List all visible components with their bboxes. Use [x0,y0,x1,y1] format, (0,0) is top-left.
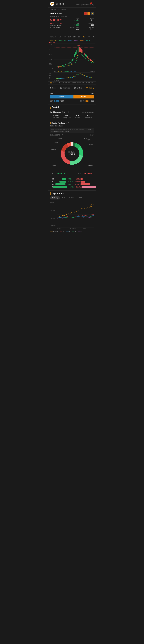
tab-1d[interactable]: 1D [62,35,67,39]
indicator-macd[interactable]: MACD [78,82,81,84]
svg-text:Net Inflow: Net Inflow [68,151,76,153]
flow-row-m: M 1080.59 1003.9 [52,183,92,186]
tab-1m[interactable]: 1M [72,35,77,39]
legend-m: M [72,230,76,232]
legend-s-label: S [81,230,82,232]
flow-row-l: L 629.56 465.98 [52,180,92,183]
orders-label: Orders [77,87,82,89]
svg-rect-34 [72,59,73,61]
orders-button[interactable]: ◎ Orders [72,86,84,90]
orange-bar [50,106,50,109]
indicator-kdj[interactable]: KDJ [82,82,85,84]
edit-icon[interactable]: ✎ [68,122,70,124]
price-main: 5.010 ▼ [50,18,62,22]
trend-chart [58,201,94,228]
rsi-30: 30 [49,77,54,79]
ma-item-3: MA20: [67,40,72,41]
legend-l: L [66,230,70,232]
svg-rect-37 [74,54,75,57]
flag-orange[interactable]: ⚡ [88,12,90,15]
indicator-ema[interactable]: EMA [58,82,61,84]
positions-button[interactable]: ▤ Positions [58,86,72,90]
flow-table: XL 392.07 202.0 L 629.56 465.98 M [50,176,94,189]
tab-settings[interactable]: ⚙ ● [91,35,96,39]
indicator-ma[interactable]: MA [50,82,52,84]
svg-rect-16 [60,66,60,66]
avg-cost-val: 4.48 [61,114,72,117]
tab-1w[interactable]: 1W [67,35,72,39]
ma-item-4: MA30: [73,40,78,41]
flag-red[interactable]: 🇨🇳 [84,12,87,15]
legend-overall-line [50,231,53,232]
bid-ask-bar: 53.26% 46.74% [50,95,94,98]
bbo-row: BBO 5.010 4900 BBO 5.020 4300 [50,99,94,103]
history-button[interactable]: ↺ History [84,86,96,90]
legend-l-line [66,231,69,232]
cap-tracking-header: Capital Tracking ⓘ ✎ [50,122,94,124]
stock-header: AWX AEM Closed 12/20 17:06:11CST 🇨🇳 ⚡ 🔔 [48,10,96,18]
trade-label: Trade [52,87,56,89]
svg-rect-38 [75,52,76,55]
more-info-link[interactable]: More Information > [82,112,94,113]
history-icon: ↺ [86,86,88,89]
tab-intraday[interactable]: Intraday [49,35,58,39]
chart-tab-bar: Intraday 5D 1D 1W 1M 1Q 1Y 3m ⚙ ● [48,35,96,39]
trend-tab-month[interactable]: Month [76,196,84,200]
chart-y-1: -0.241 [49,68,54,70]
trend-tab-day[interactable]: Day [60,196,67,200]
indicator-boll[interactable]: BOLL [53,82,57,84]
avg-cost-label: Average Cost [61,117,72,118]
main-chart: 6.071 -5.370 4.318 2.564 0.811 -0.241 [48,44,96,70]
svg-rect-45 [81,49,82,52]
svg-rect-42 [78,46,79,52]
play-icon: ▶ [93,2,94,4]
indicator-kc[interactable]: KC [66,82,67,84]
ma-item-1: MA5:2.305 [49,40,57,41]
svg-rect-39 [76,50,76,54]
svg-rect-49 [84,53,85,55]
legend-xl: XL [60,230,64,232]
flow-bar-xl-out [80,178,82,180]
orange-bar-3 [50,192,50,195]
action-bar: ↕ Trade ▤ Positions ◎ Orders ↺ History [48,84,96,92]
svg-rect-19 [62,66,62,66]
alert-icon: ● [94,36,95,38]
flow-val-xl-out: 202.0 [73,178,80,180]
flow-bar-m-in [56,183,66,185]
indicator-arbr[interactable]: ARBR [86,82,90,84]
trend-x-mid: 12:00/13:00 [68,228,76,230]
trend-tab-week[interactable]: Week [67,196,76,200]
stock-flags: 🇨🇳 ⚡ 🔔 [84,12,94,15]
flow-val-m-out: 1003.9 [73,183,80,185]
indicator-cr[interactable]: CR [91,82,93,84]
indicator-ic[interactable]: IC ◂ [68,82,71,84]
support-val: 4.26 [72,114,83,117]
store-icons: 🍎 ▶ [76,2,94,4]
ma-item-5: MA60 [79,40,84,41]
cost-dist-grid: 74.98% Profit Ratio 4.48 Average Cost 4.… [50,114,94,118]
flow-val-l-out: 465.98 [73,181,80,182]
flag-alert[interactable]: 🔔 [91,12,94,15]
tab-1q[interactable]: 1Q [77,35,82,39]
pct-label-2473: 24.73% [88,165,93,166]
trend-chart-container: 1.12M 546.26K -63.13K -411.56K [50,201,94,228]
orders-icon: ◎ [74,86,76,89]
tab-5d[interactable]: 5D [58,35,62,39]
expand-chevron[interactable]: ▾ [50,31,94,34]
tab-3m[interactable]: 3m [86,35,91,39]
capital-title: Capital [52,106,59,108]
trade-button[interactable]: ↕ Trade [48,86,58,90]
indicator-mavol[interactable]: MAVOL [72,82,76,84]
indicator-tabs: MA BOLL EMA SAR KC IC ◂ MAVOL MACD KDJ A… [48,82,96,84]
flow-bar-s-out [82,186,96,188]
history-label: History [89,87,94,89]
tab-1y[interactable]: 1Y [82,35,86,39]
svg-text:-0.241: -0.241 [68,62,72,64]
ma-item-7: MA250: [49,42,55,43]
price-change: -0.110 [50,22,55,24]
trend-x-labels: 09:00 12:00/13:00 17:16 [50,228,94,230]
indicator-sar[interactable]: SAR [62,82,64,84]
legend-s-line [78,231,80,232]
flow-size-m: M [52,183,55,185]
trend-tab-intraday[interactable]: Intraday [50,196,60,200]
